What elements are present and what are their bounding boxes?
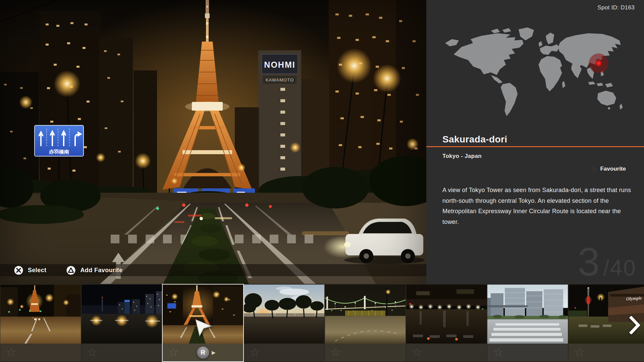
lane-sign-text: 赤羽橋南 bbox=[49, 149, 69, 155]
control-bar: Select Add Favourite bbox=[0, 264, 426, 276]
favourite-indicator[interactable]: ☆ Favourite bbox=[590, 165, 626, 173]
filmstrip: ☆ ☆ bbox=[0, 284, 644, 362]
counter-current: 3 bbox=[578, 246, 600, 278]
counter-separator: / bbox=[603, 255, 609, 281]
thumbnail-6-image bbox=[406, 285, 487, 344]
thumbnail-5-image bbox=[325, 285, 406, 344]
thumbnail-8-image: Olympic bbox=[569, 285, 644, 344]
thumbnail-8-favourite-row: ☆ bbox=[569, 344, 644, 361]
spot-photo: NOHMI KAWAMOTO bbox=[0, 0, 426, 284]
thumbnail-4[interactable]: ☆ bbox=[244, 285, 324, 361]
favourite-star-icon[interactable]: ☆ bbox=[87, 345, 98, 360]
thumbnail-6[interactable]: ☆ bbox=[406, 285, 487, 361]
tokyo-tower-night-scene: NOHMI KAWAMOTO bbox=[0, 0, 426, 284]
spot-id: Spot ID: D163 bbox=[597, 4, 635, 11]
right-stick-indicator: ◀ R ▶ bbox=[190, 346, 215, 359]
thumbnail-1-image bbox=[0, 285, 81, 344]
stick-right-arrow-icon: ▶ bbox=[212, 350, 216, 355]
add-favourite-label: Add Favourite bbox=[80, 267, 122, 274]
select-label: Select bbox=[28, 267, 46, 274]
spot-title: Sakurada-dori bbox=[442, 134, 507, 145]
thumbnail-7-image bbox=[487, 285, 568, 344]
pointer-cursor bbox=[195, 319, 212, 338]
favourite-star-icon[interactable]: ☆ bbox=[330, 345, 341, 360]
thumbnail-5-favourite-row: ☆ bbox=[325, 344, 406, 361]
next-page-chevron-icon[interactable] bbox=[629, 316, 641, 334]
thumbnail-1-favourite-row: ☆ bbox=[0, 344, 81, 361]
building-sign-nohmi: NOHMI bbox=[264, 60, 295, 69]
favourite-star-icon[interactable]: ☆ bbox=[168, 345, 179, 360]
thumbnail-5[interactable]: ☆ bbox=[325, 285, 406, 361]
thumbnail-4-favourite-row: ☆ bbox=[244, 344, 324, 361]
thumbnail-1[interactable]: ☆ bbox=[0, 285, 81, 361]
thumbnail-2[interactable]: ☆ bbox=[82, 285, 162, 361]
accent-rule bbox=[426, 146, 644, 147]
thumbnail-4-image bbox=[244, 285, 324, 344]
spot-location: Tokyo - Japan bbox=[442, 153, 482, 160]
building-sign-kawamoto: KAWAMOTO bbox=[266, 77, 294, 82]
favourite-star-icon[interactable]: ☆ bbox=[6, 345, 16, 360]
thumbnail-7-favourite-row: ☆ bbox=[487, 344, 568, 361]
spot-description: A view of Tokyo Tower as seen from Sakur… bbox=[442, 185, 633, 227]
favourite-star-icon[interactable]: ☆ bbox=[249, 345, 260, 360]
cross-button-icon bbox=[14, 266, 23, 275]
r-stick-button-icon: R bbox=[197, 346, 209, 359]
spot-counter: 3 / 40 bbox=[578, 246, 637, 281]
favourite-label: Favourite bbox=[600, 166, 626, 172]
favourite-star-icon[interactable]: ☆ bbox=[574, 345, 585, 360]
thumbnail-2-favourite-row: ☆ bbox=[82, 344, 162, 361]
thumbnail-3-selected[interactable]: ☆ ◀ R ▶ bbox=[163, 285, 243, 361]
favourite-star-icon[interactable]: ☆ bbox=[493, 345, 503, 360]
counter-total: 40 bbox=[610, 255, 637, 281]
select-control[interactable]: Select bbox=[14, 266, 46, 275]
thumbnail-3-favourite-row: ☆ ◀ R ▶ bbox=[163, 344, 243, 361]
map-marker-japan bbox=[589, 54, 608, 73]
favourite-star-icon: ☆ bbox=[590, 165, 598, 173]
add-favourite-control[interactable]: Add Favourite bbox=[66, 266, 122, 275]
thumbnail-6-favourite-row: ☆ bbox=[406, 344, 487, 361]
world-map bbox=[441, 23, 625, 121]
scapes-spot-screen: NOHMI KAWAMOTO bbox=[0, 0, 644, 362]
info-panel: Spot ID: D163 bbox=[426, 0, 644, 284]
favourite-star-icon[interactable]: ☆ bbox=[412, 345, 422, 360]
stick-left-arrow-icon: ◀ bbox=[190, 350, 194, 355]
triangle-button-icon bbox=[66, 266, 75, 275]
thumbnail-7[interactable]: ☆ bbox=[487, 285, 568, 361]
thumbnail-2-image bbox=[82, 285, 162, 344]
